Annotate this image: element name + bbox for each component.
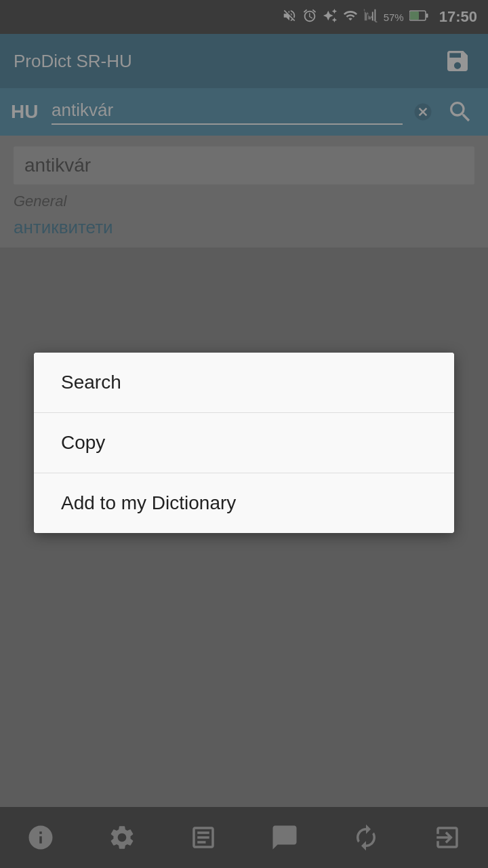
- context-menu-add-to-dict[interactable]: Add to my Dictionary: [34, 473, 454, 533]
- context-menu-copy[interactable]: Copy: [34, 413, 454, 473]
- context-menu: Search Copy Add to my Dictionary: [34, 353, 454, 533]
- context-menu-search[interactable]: Search: [34, 353, 454, 413]
